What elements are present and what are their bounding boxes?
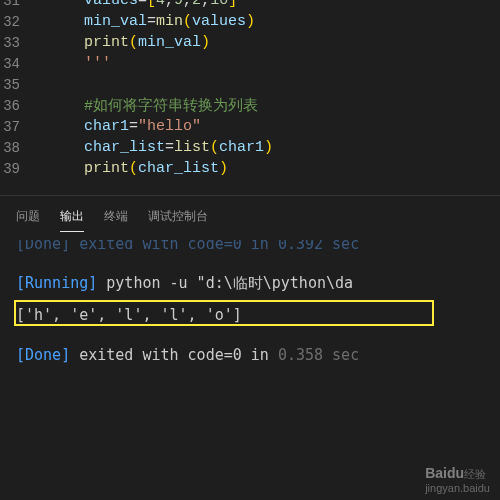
line-number: 35: [0, 77, 38, 93]
line-number: 39: [0, 161, 38, 177]
running-command: python -u "d:\临时\python\da: [97, 274, 353, 292]
panel: 问题 输出 终端 调试控制台 [Done] exited with code=0…: [0, 195, 500, 500]
watermark: Baidu经验 jingyan.baidu: [425, 465, 490, 494]
output-result-line: ['h', 'e', 'l', 'l', 'o']: [16, 300, 484, 330]
code-content: ''': [38, 55, 111, 72]
line-number: 37: [0, 119, 38, 135]
output-panel[interactable]: [Done] exited with code=0 in 0.392 sec […: [0, 232, 500, 376]
output-done-line: [Done] exited with code=0 in 0.358 sec: [16, 340, 484, 370]
line-number: 33: [0, 35, 38, 51]
tab-output[interactable]: 输出: [60, 204, 84, 232]
output-running-line: [Running] python -u "d:\临时\python\da: [16, 268, 484, 298]
code-line[interactable]: 38char_list=list(char1): [0, 137, 500, 158]
code-content: min_val=min(values): [38, 13, 255, 30]
tab-problems[interactable]: 问题: [16, 204, 40, 232]
code-content: char_list=list(char1): [38, 139, 273, 156]
code-editor[interactable]: 31values=[4,9,2,10]32min_val=min(values)…: [0, 0, 500, 179]
output-cut-previous: [Done] exited with code=0 in 0.392 sec: [16, 240, 484, 258]
panel-tabs: 问题 输出 终端 调试控制台: [0, 196, 500, 232]
code-content: values=[4,9,2,10]: [38, 0, 237, 9]
code-line[interactable]: 34''': [0, 53, 500, 74]
line-number: 34: [0, 56, 38, 72]
done-text: exited with code=0 in: [70, 346, 269, 364]
line-number: 38: [0, 140, 38, 156]
code-line[interactable]: 37char1="hello": [0, 116, 500, 137]
line-number: 31: [0, 0, 38, 9]
code-line[interactable]: 39print(char_list): [0, 158, 500, 179]
done-cut: 0.358 sec: [278, 346, 359, 364]
code-content: print(min_val): [38, 34, 210, 51]
line-number: 32: [0, 14, 38, 30]
tab-terminal[interactable]: 终端: [104, 204, 128, 232]
tab-debug-console[interactable]: 调试控制台: [148, 204, 208, 232]
code-line[interactable]: 36#如何将字符串转换为列表: [0, 95, 500, 116]
code-line[interactable]: 31values=[4,9,2,10]: [0, 0, 500, 11]
done-tag: [Done]: [16, 346, 70, 364]
code-content: print(char_list): [38, 160, 228, 177]
code-line[interactable]: 33print(min_val): [0, 32, 500, 53]
line-number: 36: [0, 98, 38, 114]
code-content: #如何将字符串转换为列表: [38, 96, 258, 115]
code-content: char1="hello": [38, 118, 201, 135]
running-tag: [Running]: [16, 274, 97, 292]
code-line[interactable]: 35: [0, 74, 500, 95]
code-line[interactable]: 32min_val=min(values): [0, 11, 500, 32]
